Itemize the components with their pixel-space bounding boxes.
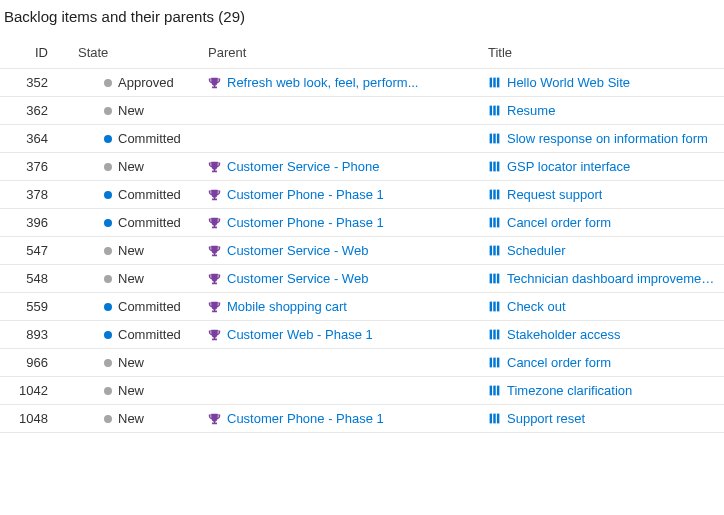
cell-id: 966 bbox=[0, 349, 72, 377]
cell-title: Support reset bbox=[482, 405, 724, 433]
trophy-icon bbox=[208, 300, 221, 313]
table-row[interactable]: 547NewCustomer Service - WebScheduler bbox=[0, 237, 724, 265]
title-link[interactable]: Resume bbox=[507, 103, 555, 118]
svg-rect-13 bbox=[493, 190, 495, 200]
svg-rect-17 bbox=[497, 218, 499, 228]
title-link[interactable]: Stakeholder access bbox=[507, 327, 620, 342]
col-header-state[interactable]: State bbox=[72, 39, 202, 69]
title-link[interactable]: Hello World Web Site bbox=[507, 75, 630, 90]
table-row[interactable]: 1042NewTimezone clarification bbox=[0, 377, 724, 405]
cell-parent bbox=[202, 125, 482, 153]
svg-rect-1 bbox=[493, 78, 495, 88]
backlog-item-icon bbox=[488, 356, 501, 369]
title-link[interactable]: Slow response on information form bbox=[507, 131, 708, 146]
parent-link[interactable]: Mobile shopping cart bbox=[227, 299, 347, 314]
parent-link[interactable]: Customer Phone - Phase 1 bbox=[227, 187, 384, 202]
title-link[interactable]: Scheduler bbox=[507, 243, 566, 258]
state-label: New bbox=[118, 355, 144, 370]
svg-rect-5 bbox=[497, 106, 499, 116]
table-row[interactable]: 376NewCustomer Service - PhoneGSP locato… bbox=[0, 153, 724, 181]
title-link[interactable]: GSP locator interface bbox=[507, 159, 630, 174]
cell-state: Committed bbox=[72, 209, 202, 237]
table-row[interactable]: 364CommittedSlow response on information… bbox=[0, 125, 724, 153]
title-link[interactable]: Cancel order form bbox=[507, 355, 611, 370]
backlog-item-icon bbox=[488, 272, 501, 285]
cell-id: 1042 bbox=[0, 377, 72, 405]
table-row[interactable]: 1048NewCustomer Phone - Phase 1Support r… bbox=[0, 405, 724, 433]
svg-rect-23 bbox=[497, 274, 499, 284]
table-row[interactable]: 352ApprovedRefresh web look, feel, perfo… bbox=[0, 69, 724, 97]
svg-rect-30 bbox=[490, 358, 492, 368]
title-link[interactable]: Check out bbox=[507, 299, 566, 314]
title-link[interactable]: Support reset bbox=[507, 411, 585, 426]
cell-parent: Mobile shopping cart bbox=[202, 293, 482, 321]
cell-parent: Customer Service - Phone bbox=[202, 153, 482, 181]
state-bullet-icon bbox=[104, 79, 112, 87]
cell-parent: Customer Service - Web bbox=[202, 265, 482, 293]
svg-rect-9 bbox=[490, 162, 492, 172]
state-bullet-icon bbox=[104, 359, 112, 367]
state-bullet-icon bbox=[104, 163, 112, 171]
parent-link[interactable]: Customer Service - Phone bbox=[227, 159, 379, 174]
cell-state: New bbox=[72, 265, 202, 293]
table-row[interactable]: 893CommittedCustomer Web - Phase 1Stakeh… bbox=[0, 321, 724, 349]
cell-parent: Customer Web - Phase 1 bbox=[202, 321, 482, 349]
table-row[interactable]: 559CommittedMobile shopping cartCheck ou… bbox=[0, 293, 724, 321]
state-label: New bbox=[118, 383, 144, 398]
cell-state: Committed bbox=[72, 321, 202, 349]
svg-rect-4 bbox=[493, 106, 495, 116]
backlog-item-icon bbox=[488, 384, 501, 397]
svg-rect-7 bbox=[493, 134, 495, 144]
title-link[interactable]: Cancel order form bbox=[507, 215, 611, 230]
col-header-title[interactable]: Title bbox=[482, 39, 724, 69]
table-row[interactable]: 378CommittedCustomer Phone - Phase 1Requ… bbox=[0, 181, 724, 209]
parent-link[interactable]: Customer Service - Web bbox=[227, 243, 368, 258]
svg-rect-14 bbox=[497, 190, 499, 200]
cell-title: Cancel order form bbox=[482, 209, 724, 237]
table-row[interactable]: 966NewCancel order form bbox=[0, 349, 724, 377]
svg-rect-18 bbox=[490, 246, 492, 256]
state-label: New bbox=[118, 159, 144, 174]
parent-link[interactable]: Refresh web look, feel, perform... bbox=[227, 75, 418, 90]
title-link[interactable]: Request support bbox=[507, 187, 602, 202]
table-row[interactable]: 362NewResume bbox=[0, 97, 724, 125]
svg-rect-27 bbox=[490, 330, 492, 340]
svg-rect-36 bbox=[490, 414, 492, 424]
trophy-icon bbox=[208, 272, 221, 285]
backlog-item-icon bbox=[488, 76, 501, 89]
svg-rect-6 bbox=[490, 134, 492, 144]
trophy-icon bbox=[208, 76, 221, 89]
state-bullet-icon bbox=[104, 135, 112, 143]
cell-title: Technician dashboard improvements bbox=[482, 265, 724, 293]
cell-title: Stakeholder access bbox=[482, 321, 724, 349]
title-link[interactable]: Timezone clarification bbox=[507, 383, 632, 398]
parent-link[interactable]: Customer Service - Web bbox=[227, 271, 368, 286]
backlog-item-icon bbox=[488, 160, 501, 173]
state-label: New bbox=[118, 243, 144, 258]
cell-state: New bbox=[72, 153, 202, 181]
svg-rect-16 bbox=[493, 218, 495, 228]
state-bullet-icon bbox=[104, 303, 112, 311]
cell-title: Cancel order form bbox=[482, 349, 724, 377]
title-link[interactable]: Technician dashboard improvements bbox=[507, 271, 718, 286]
parent-link[interactable]: Customer Phone - Phase 1 bbox=[227, 411, 384, 426]
cell-state: Approved bbox=[72, 69, 202, 97]
table-header-row: ID State Parent Title bbox=[0, 39, 724, 69]
state-label: New bbox=[118, 271, 144, 286]
trophy-icon bbox=[208, 216, 221, 229]
parent-link[interactable]: Customer Phone - Phase 1 bbox=[227, 215, 384, 230]
col-header-parent[interactable]: Parent bbox=[202, 39, 482, 69]
cell-id: 547 bbox=[0, 237, 72, 265]
table-row[interactable]: 548NewCustomer Service - WebTechnician d… bbox=[0, 265, 724, 293]
grid-heading: Backlog items and their parents (29) bbox=[0, 0, 724, 39]
backlog-item-icon bbox=[488, 104, 501, 117]
parent-link[interactable]: Customer Web - Phase 1 bbox=[227, 327, 373, 342]
col-header-id[interactable]: ID bbox=[0, 39, 72, 69]
svg-rect-3 bbox=[490, 106, 492, 116]
backlog-item-icon bbox=[488, 244, 501, 257]
table-row[interactable]: 396CommittedCustomer Phone - Phase 1Canc… bbox=[0, 209, 724, 237]
cell-parent: Customer Phone - Phase 1 bbox=[202, 405, 482, 433]
svg-rect-29 bbox=[497, 330, 499, 340]
backlog-item-icon bbox=[488, 132, 501, 145]
state-label: Committed bbox=[118, 131, 181, 146]
